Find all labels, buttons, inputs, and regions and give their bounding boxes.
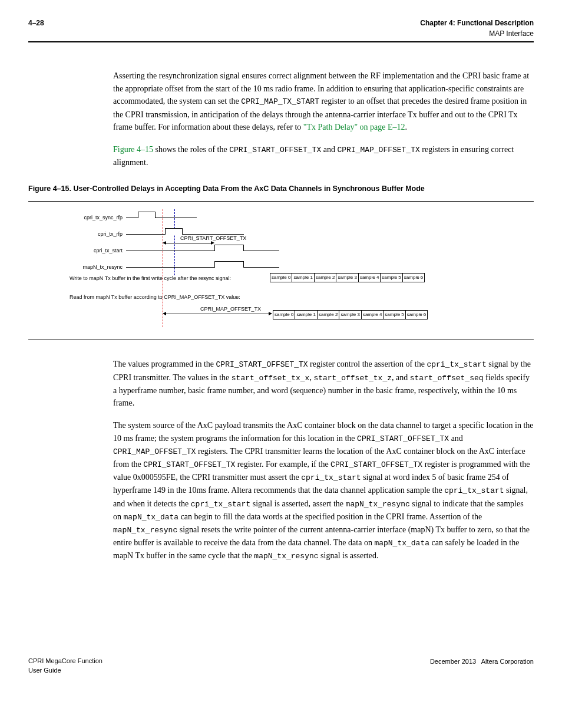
page-footer: CPRI MegaCore Function User Guide Decemb… <box>28 657 534 675</box>
paragraph-1: Asserting the resynchronization signal e… <box>113 70 534 134</box>
row-text-read: Read from mapN Tx buffer according to CP… <box>70 294 240 302</box>
section-title: MAP Interface <box>420 28 534 39</box>
sample-row-write: sample 0 sample 1 sample 2 sample 3 samp… <box>270 273 425 282</box>
row-text-write: Write to mapN Tx buffer in the first wri… <box>70 275 231 283</box>
paragraph-3: The values programmed in the CPRI_START_… <box>113 358 534 410</box>
link-figure-4-15[interactable]: Figure 4–15 <box>113 145 153 154</box>
link-tx-path-delay[interactable]: "Tx Path Delay" on page E–12 <box>303 123 405 131</box>
paragraph-2: Figure 4–15 shows the roles of the CPRI_… <box>113 143 534 169</box>
footer-right: December 2013 Altera Corporation <box>430 657 534 675</box>
page-header: 4–28 Chapter 4: Functional Description M… <box>28 18 534 42</box>
page-number: 4–28 <box>28 18 44 28</box>
offset-label: CPRI_MAP_OFFSET_TX <box>200 305 261 314</box>
footer-doc: CPRI MegaCore Function <box>28 657 103 666</box>
signal-label: cpri_tx_start <box>34 247 126 255</box>
sample-row-read: sample 0 sample 1 sample 2 sample 3 samp… <box>273 310 428 319</box>
footer-guide: User Guide <box>28 666 103 675</box>
paragraph-4: The system source of the AxC payload tra… <box>113 419 534 562</box>
signal-label: cpri_tx_rfp <box>34 230 126 239</box>
chapter-title: Chapter 4: Functional Description <box>420 18 534 28</box>
figure-caption: Figure 4–15. User-Controlled Delays in A… <box>28 183 534 195</box>
signal-label: cpri_tx_sync_rfp <box>34 214 126 222</box>
signal-label: mapN_tx_resync <box>34 263 126 272</box>
figure-4-15: cpri_tx_sync_rfp cpri_tx_rfp CPRI_START_… <box>28 201 534 340</box>
